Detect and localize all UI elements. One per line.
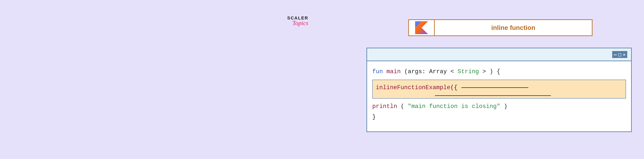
closing-brace: } bbox=[372, 114, 376, 120]
println-close: ) bbox=[504, 103, 507, 110]
code-window: — □ ✕ fun main (args: Array < String > )… bbox=[366, 48, 632, 132]
close-icon: ✕ bbox=[623, 52, 626, 57]
type-string: String bbox=[458, 68, 479, 75]
window-controls: — □ ✕ bbox=[612, 51, 627, 58]
brand-logo: SCALER Topics bbox=[287, 16, 308, 26]
lt: < bbox=[450, 68, 454, 75]
minimize-icon: — bbox=[614, 52, 617, 57]
inline-fn-call: inlineFunctionExample bbox=[376, 82, 450, 93]
logo-sub-text: Topics bbox=[292, 20, 308, 26]
title-box: inline function bbox=[408, 19, 592, 36]
args-close: ) { bbox=[490, 68, 500, 75]
highlight-box: inlineFunctionExample ({ bbox=[372, 80, 626, 98]
maximize-icon: □ bbox=[618, 52, 621, 57]
println-fn: println bbox=[372, 103, 397, 110]
highlight-line-1: inlineFunctionExample ({ bbox=[376, 82, 622, 93]
window-titlebar: — □ ✕ bbox=[367, 48, 631, 61]
title-icon-cell bbox=[409, 20, 435, 36]
placeholder-line-1 bbox=[461, 87, 528, 88]
code-line-3: println ( "main function is closing" ) bbox=[372, 101, 626, 112]
code-line-1: fun main (args: Array < String > ) { bbox=[372, 66, 626, 77]
placeholder-line-2 bbox=[435, 95, 551, 96]
gt: > bbox=[482, 68, 486, 75]
title-text-cell: inline function bbox=[435, 20, 592, 36]
inline-open: ({ bbox=[450, 82, 458, 93]
title-text: inline function bbox=[491, 24, 535, 32]
keyword-fun: fun bbox=[372, 68, 383, 75]
args-open: (args: Array bbox=[404, 68, 447, 75]
kotlin-icon bbox=[415, 21, 428, 34]
println-open: ( bbox=[401, 103, 404, 110]
string-literal: "main function is closing" bbox=[408, 103, 500, 110]
func-main: main bbox=[386, 68, 400, 75]
code-body: fun main (args: Array < String > ) { inl… bbox=[367, 61, 631, 132]
code-line-4: } bbox=[372, 112, 626, 122]
